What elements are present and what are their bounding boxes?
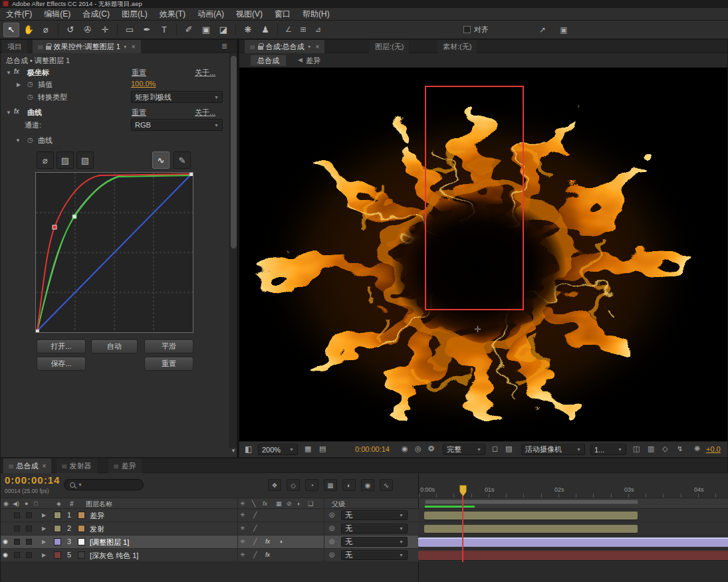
menu-item[interactable]: 编辑(E) [38,9,76,20]
composition-mini-flowchart-icon[interactable]: ❖ [268,479,281,491]
auto-keyframe-icon[interactable]: ◉ [361,479,374,491]
layer-duration-bar[interactable] [418,537,728,547]
layer-selection-box[interactable] [425,86,524,310]
layer-name[interactable]: 发射 [90,524,104,534]
auto-button[interactable]: 自动 [91,340,138,353]
resolution-select[interactable]: 完整▼ [443,444,485,455]
show-channels-icon[interactable]: ❂ [428,444,434,453]
about-link[interactable]: 关于... [195,68,215,78]
adjustment-layer-switch-icon[interactable]: ◐ [280,538,283,545]
rotation-tool-icon[interactable]: ↺ [62,23,78,37]
show-snapshot-icon[interactable]: ◎ [415,444,422,453]
layer-name[interactable]: [深灰色 纯色 1] [90,551,138,561]
chevron-down-icon[interactable]: ▼ [307,45,312,49]
fx-switch[interactable]: fx [265,538,270,545]
twirl-right-icon[interactable]: ▶ [17,82,21,88]
about-link[interactable]: 关于... [195,108,215,118]
lock-checkbox[interactable] [26,539,32,545]
stopwatch-icon[interactable]: ◷ [27,93,33,100]
shape-tool-icon[interactable]: ▭ [122,23,138,37]
snap-toggle[interactable]: 对齐 [463,25,489,35]
motion-blur-icon[interactable]: ◐ [342,479,356,491]
pan-behind-tool-icon[interactable]: ✛ [97,23,113,37]
current-time-line[interactable] [462,496,463,562]
graph-editor-icon[interactable]: ∿ [380,479,393,491]
grid-guides-icon[interactable]: ▦ [304,444,311,453]
twirl-down-icon[interactable]: ▼ [6,70,11,76]
close-icon[interactable]: × [132,43,136,50]
save-button[interactable]: 保存... [37,357,86,371]
menu-item[interactable]: 图层(L) [116,9,154,20]
puppet-pin-tool-icon[interactable]: ♟ [257,23,273,37]
preview-timecode[interactable]: 0:00:00:14 [355,445,390,453]
panel-menu-icon[interactable]: ≣ [221,42,227,50]
clone-stamp-tool-icon[interactable]: ▣ [198,23,214,37]
always-preview-icon[interactable]: ◧ [245,444,252,454]
pen-tool-icon[interactable]: ✒ [139,23,155,37]
fx-switch[interactable]: fx [265,551,270,558]
layer-duration-bar[interactable] [418,551,728,560]
layer-name[interactable]: 差异 [90,511,104,521]
chevron-down-icon[interactable]: ▼ [123,45,128,49]
expand-arrow-icon[interactable]: ▶ [42,526,46,532]
search-input[interactable]: ▼ [64,479,144,490]
grid-options-toolbar-icon[interactable]: ▣ [556,23,571,37]
pickwhip-icon[interactable]: ◎ [329,511,335,518]
workspace-maximize-icon[interactable]: ↗ [535,23,550,37]
quality-switch-icon[interactable]: ╱ [253,512,257,518]
lock-checkbox[interactable] [26,552,32,558]
solo-checkbox[interactable] [14,552,20,558]
curve-box-tool-icon[interactable]: ▧ [76,151,94,169]
layer-row-2[interactable]: ▶ 2 发射 ✳ ╱ ◎ 无▼ [1,522,418,535]
view-layout-select[interactable]: 1...▼ [590,444,626,455]
view-axis-mode-icon[interactable]: ⊿ [310,23,325,37]
lock-checkbox[interactable] [26,526,32,532]
parent-dropdown[interactable]: 无▼ [341,537,408,547]
label-chip[interactable] [54,551,61,559]
curve-none-tool-icon[interactable]: ⌀ [37,151,54,169]
shy-switch-icon[interactable]: ✳ [240,551,245,558]
reset-button[interactable]: 重置 [144,357,193,371]
tab-effect-controls[interactable]: ▤ 效果控件:调整图层 1 ▼ × [33,40,141,53]
tab-composition[interactable]: ▤ 合成:总合成 ▼ × [245,40,324,53]
exposure-value[interactable]: +0.0 [706,445,721,453]
shy-switch-icon[interactable]: ✳ [240,538,245,545]
menu-item[interactable]: 视图(V) [230,9,269,20]
flowchart-icon[interactable]: ◇ [662,444,667,453]
anchor-point-crosshair-icon[interactable]: ✛ [474,324,481,334]
parent-dropdown[interactable]: 无▼ [341,550,408,560]
layer-duration-bar[interactable] [424,525,638,533]
conversion-type-select[interactable]: 矩形到极线 ▼ [131,91,223,103]
mask-visibility-icon[interactable]: ▤ [319,444,326,453]
menu-item[interactable]: 动画(A) [191,9,230,20]
quality-switch-icon[interactable]: ╱ [253,551,257,558]
twirl-down-icon[interactable]: ▼ [15,138,21,144]
effect-name[interactable]: 极坐标 [27,68,49,78]
breadcrumb-sub[interactable]: 差异 [306,56,320,66]
curve-point-red[interactable] [53,225,57,229]
layer-row-3-selected[interactable]: ◉ ▶ 3 [调整图层 1] ✳ ╱ fx ◐ ◎ 无▼ [1,535,418,549]
local-axis-mode-icon[interactable]: ∠ [281,23,296,37]
solo-checkbox[interactable] [14,512,20,518]
reset-link[interactable]: 重置 [132,108,146,118]
tab-footage[interactable]: 素材:(无) [437,40,477,53]
type-tool-icon[interactable]: T [156,23,172,37]
quality-switch-icon[interactable]: ╱ [253,525,257,532]
pickwhip-icon[interactable]: ◎ [329,551,335,558]
curve-smooth-tool-icon[interactable]: ∿ [152,151,170,169]
curve-editor[interactable] [35,172,193,333]
hide-shy-layers-icon[interactable]: ◔ [305,479,318,491]
roto-brush-tool-icon[interactable]: ❋ [240,23,256,37]
solo-checkbox[interactable] [14,539,20,545]
label-chip[interactable] [54,525,61,532]
world-axis-mode-icon[interactable]: ⊞ [296,23,310,37]
close-icon[interactable]: × [43,462,47,470]
eye-icon[interactable]: ◉ [3,551,8,558]
tab-layer[interactable]: 图层:(无) [370,40,409,53]
fast-previews-icon[interactable]: ↯ [677,444,683,453]
layer-name-column[interactable]: 图层名称 [86,500,112,509]
eraser-tool-icon[interactable]: ◪ [215,23,231,37]
solo-checkbox[interactable] [14,526,20,532]
hand-tool-icon[interactable]: ✋ [21,23,37,37]
stopwatch-icon[interactable]: ◷ [27,80,33,88]
